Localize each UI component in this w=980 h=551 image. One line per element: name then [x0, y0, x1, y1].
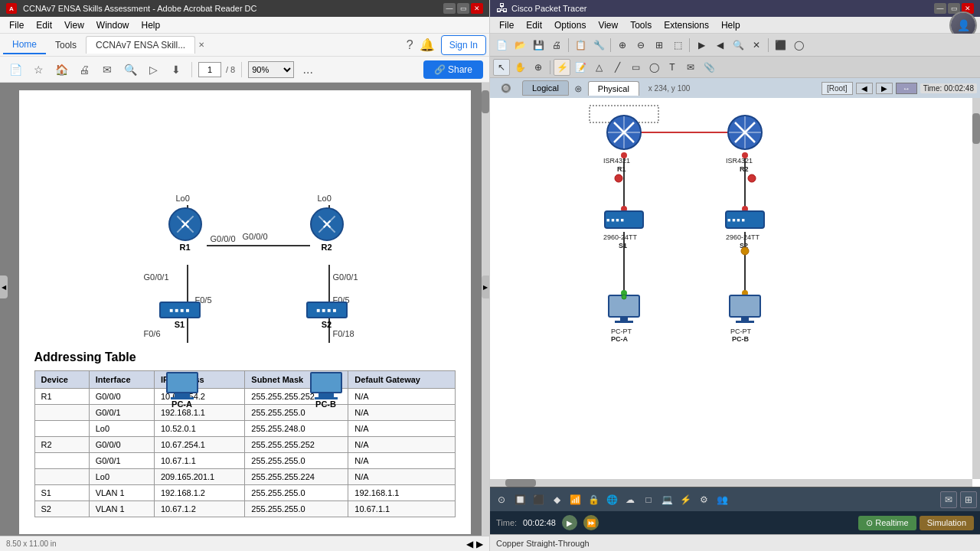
pt-menu-extensions[interactable]: Extensions: [658, 18, 715, 32]
forward-button[interactable]: ▷: [144, 60, 162, 79]
pt-text-btn[interactable]: T: [664, 59, 681, 76]
pt-component-btn[interactable]: 🔧: [590, 37, 607, 54]
pt-multiuser-btn[interactable]: 👥: [714, 491, 730, 508]
bookmark-button[interactable]: ☆: [29, 60, 47, 79]
vertical-scrollbar[interactable]: [482, 83, 489, 536]
tab-close-btn[interactable]: ✕: [195, 41, 207, 49]
pt-connections-btn[interactable]: ⚡: [677, 491, 694, 508]
email-button[interactable]: ✉: [98, 60, 116, 79]
print-button[interactable]: 🖨: [75, 60, 93, 79]
tab-home[interactable]: Home: [3, 36, 46, 54]
menu-view[interactable]: View: [58, 18, 90, 32]
pt-poly-btn[interactable]: △: [590, 59, 607, 76]
menu-window[interactable]: Window: [90, 18, 136, 32]
pt-zoom-in-btn[interactable]: ⊕: [614, 37, 631, 54]
pt-forward-btn[interactable]: ▶: [693, 37, 710, 54]
scrollbar-thumb[interactable]: [482, 90, 489, 113]
download-button[interactable]: ⬇: [167, 60, 185, 79]
right-collapse-handle[interactable]: ▶: [482, 276, 489, 298]
pt-menu-options[interactable]: Options: [548, 18, 592, 32]
pt-realtime-btn[interactable]: ⊙ Realtime: [858, 516, 916, 530]
pt-connect-btn[interactable]: ⚡: [554, 59, 570, 76]
pt-security-btn[interactable]: 🔒: [585, 491, 602, 508]
pt-line-btn[interactable]: ╱: [609, 59, 626, 76]
next-page-icon[interactable]: ▶: [476, 539, 483, 549]
pt-hscroll[interactable]: [490, 479, 972, 487]
notification-icon[interactable]: 🔔: [420, 37, 435, 52]
prev-page-icon[interactable]: ◀: [466, 539, 473, 549]
pt-fast-btn[interactable]: ⏩: [583, 515, 599, 530]
share-button[interactable]: 🔗 Share: [423, 60, 483, 79]
pt-back-btn[interactable]: ◀: [711, 37, 728, 54]
pt-attach-btn[interactable]: 📎: [701, 59, 717, 76]
tab-doc[interactable]: CCNAv7 ENSA Skill...: [86, 36, 195, 54]
pt-end-devices-btn[interactable]: 💻: [658, 491, 675, 508]
assessment-collapse-icon[interactable]: ▼: [445, 533, 456, 534]
pt-email-btn[interactable]: ✉: [682, 59, 699, 76]
pt-zoom-out-btn[interactable]: ⊖: [632, 37, 649, 54]
pt-misc-btn[interactable]: ⚙: [695, 491, 712, 508]
pt-toolbar-extra2[interactable]: ◯: [790, 37, 807, 54]
pt-ellipse-btn[interactable]: ◯: [645, 59, 662, 76]
more-button[interactable]: ...: [299, 60, 317, 79]
pt-wireless-btn[interactable]: 📶: [567, 491, 583, 508]
pt-select2-btn[interactable]: ↖: [493, 59, 510, 76]
pt-switch-device-btn[interactable]: ⬛: [530, 491, 547, 508]
sign-in-button[interactable]: Sign In: [441, 35, 486, 55]
pt-cloud-btn[interactable]: ☁: [622, 491, 639, 508]
pt-canvas[interactable]: ISR4321 R1 ISR4321 R2 ■ ■ ■ ■ 2960-24TT …: [490, 98, 980, 487]
pt-menu-file[interactable]: File: [493, 18, 520, 32]
pt-rect-btn[interactable]: ▭: [627, 59, 644, 76]
pt-fit-btn[interactable]: ⊞: [651, 37, 668, 54]
home-button[interactable]: 🏠: [52, 60, 70, 79]
search-button[interactable]: 🔍: [121, 60, 139, 79]
new-button[interactable]: 📄: [6, 60, 24, 79]
pt-zoom2-btn[interactable]: ⊕: [530, 59, 547, 76]
pt-save-btn[interactable]: 💾: [530, 37, 547, 54]
pt-wan-btn[interactable]: 🌐: [603, 491, 620, 508]
tab-logical[interactable]: Logical: [522, 80, 569, 96]
pt-envelope-btn[interactable]: ✉: [940, 491, 957, 508]
pt-empty-btn[interactable]: □: [640, 491, 657, 508]
pt-print-btn[interactable]: 🖨: [548, 37, 565, 54]
pt-note-btn[interactable]: 📝: [572, 59, 589, 76]
page-number-input[interactable]: [198, 62, 221, 77]
pt-back-nav-btn[interactable]: ◀: [856, 83, 873, 94]
pt-hub-device-btn[interactable]: ◆: [548, 491, 565, 508]
pt-grid-btn[interactable]: ⊞: [960, 491, 977, 508]
zoom-select[interactable]: 90% 100% 75%: [248, 61, 294, 78]
minimize-button[interactable]: —: [443, 3, 456, 14]
menu-edit[interactable]: Edit: [30, 18, 58, 32]
pt-inspect-btn[interactable]: 🔍: [730, 37, 746, 54]
pt-new-btn[interactable]: 📄: [493, 37, 510, 54]
pt-vscroll-thumb[interactable]: [972, 113, 980, 144]
pt-menu-help[interactable]: Help: [715, 18, 746, 32]
pt-fwd-nav-btn[interactable]: ▶: [876, 83, 893, 94]
pt-delete-btn[interactable]: ✕: [748, 37, 765, 54]
pt-activity-btn[interactable]: 📋: [572, 37, 589, 54]
pt-realtime-icon[interactable]: ⊙: [493, 491, 510, 508]
pt-play-btn[interactable]: ▶: [562, 515, 577, 530]
pt-hscroll-thumb[interactable]: [505, 479, 536, 487]
pt-simulation-btn[interactable]: Simulation: [920, 516, 974, 530]
pt-open-btn[interactable]: 📂: [511, 37, 528, 54]
tab-physical[interactable]: Physical: [588, 81, 639, 96]
pt-move2-btn[interactable]: ↔: [896, 83, 917, 94]
restore-button[interactable]: ▭: [457, 3, 469, 14]
menu-help[interactable]: Help: [136, 18, 167, 32]
pt-menu-tools[interactable]: Tools: [624, 18, 658, 32]
close-button[interactable]: ✕: [471, 3, 483, 14]
logical-tab[interactable]: 🔘: [493, 81, 519, 96]
pt-router-device-btn[interactable]: 🔲: [511, 491, 528, 508]
menu-file[interactable]: File: [3, 18, 30, 32]
help-icon[interactable]: ?: [407, 38, 413, 52]
pt-move-btn[interactable]: ✋: [511, 59, 528, 76]
pt-vscroll[interactable]: [972, 98, 980, 479]
pt-menu-view[interactable]: View: [592, 18, 624, 32]
tab-tools[interactable]: Tools: [46, 37, 86, 54]
left-collapse-handle[interactable]: ◀: [0, 276, 8, 298]
pt-toolbar-extra1[interactable]: ⬛: [772, 37, 789, 54]
pt-menu-edit[interactable]: Edit: [520, 18, 548, 32]
pt-minimize-button[interactable]: —: [934, 3, 946, 14]
pt-select-btn[interactable]: ⬚: [669, 37, 686, 54]
